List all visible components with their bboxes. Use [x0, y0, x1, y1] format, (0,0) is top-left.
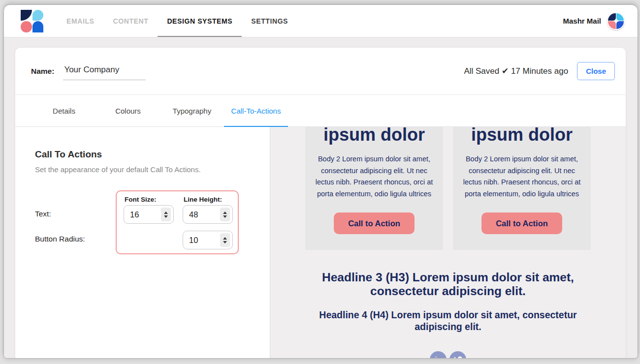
font-size-input[interactable] [130, 210, 161, 219]
tab-details[interactable]: Details [32, 95, 96, 126]
user-area: Mashr Mail [563, 12, 625, 30]
preview-column: ipsum dolor Body 2 Lorem ipsum dolor sit… [453, 127, 591, 250]
avatar-quadrant-navy [608, 13, 616, 21]
preview-headline-4: Headline 4 (H4) Lorem ipsum dolor sit am… [300, 309, 596, 333]
font-size-label: Font Size: [125, 196, 157, 203]
preview-headline-3: Headline 3 (H3) Lorem ipsum dolor sit am… [295, 271, 601, 298]
linkedin-icon[interactable]: in [430, 351, 447, 358]
email-preview-pane: ipsum dolor Body 2 Lorem ipsum dolor sit… [270, 127, 626, 358]
name-label: Name: [31, 67, 54, 76]
preview-cta-button[interactable]: Call to Action [481, 212, 562, 234]
stepper-down-icon[interactable] [164, 215, 168, 218]
design-system-card: Name: All Saved ✔ 17 Minutes ago Close D… [15, 48, 626, 358]
button-radius-row-label: Button Radius: [35, 235, 85, 243]
cta-inputs-group: Font Size: Line Height: [116, 190, 239, 254]
tab-colours[interactable]: Colours [96, 95, 160, 126]
save-status: All Saved ✔ 17 Minutes ago [464, 66, 568, 76]
panel-title: Call To Actions [35, 149, 270, 160]
line-height-stepper-buttons[interactable] [220, 208, 230, 221]
stepper-down-icon[interactable] [223, 215, 227, 218]
font-size-stepper [124, 205, 174, 224]
card-header: Name: All Saved ✔ 17 Minutes ago Close [15, 48, 626, 95]
nav-tab-content[interactable]: CONTENT [104, 5, 158, 37]
logo-shape-cyan [32, 10, 44, 21]
avatar-quadrant-blue [616, 21, 624, 29]
panel-subtitle: Set the appearance of your default Call … [35, 165, 270, 174]
logo-shape-salmon [21, 21, 32, 32]
logo-shape-navy [21, 10, 32, 21]
design-system-tabs: Details Colours Typography Call-To-Actio… [15, 95, 626, 127]
nav-tab-settings[interactable]: SETTINGS [242, 5, 297, 37]
preview-column-heading: ipsum dolor [463, 127, 581, 145]
app-window: EMAILS CONTENT DESIGN SYSTEMS SETTINGS M… [4, 5, 638, 358]
name-input[interactable] [63, 62, 146, 80]
preview-cta-button[interactable]: Call to Action [334, 212, 415, 234]
line-height-input[interactable] [189, 210, 220, 219]
stepper-up-icon[interactable] [223, 237, 227, 240]
email-preview: ipsum dolor Body 2 Lorem ipsum dolor sit… [270, 127, 626, 358]
button-radius-stepper [183, 231, 233, 249]
text-row-label: Text: [35, 210, 51, 218]
preview-social-icons: in [270, 351, 626, 358]
tab-typography[interactable]: Typography [160, 95, 224, 126]
preview-columns: ipsum dolor Body 2 Lorem ipsum dolor sit… [270, 127, 626, 250]
twitter-icon[interactable] [449, 351, 466, 358]
cta-settings-panel: Call To Actions Set the appearance of yo… [15, 127, 270, 358]
font-size-stepper-buttons[interactable] [161, 208, 171, 221]
avatar-quadrant-salmon [608, 21, 616, 29]
stepper-up-icon[interactable] [164, 212, 168, 214]
preview-column-body: Body 2 Lorem ipsum dolor sit amet, conse… [315, 153, 433, 200]
top-nav-bar: EMAILS CONTENT DESIGN SYSTEMS SETTINGS M… [4, 5, 638, 37]
preview-column-body: Body 2 Lorem ipsum dolor sit amet, conse… [463, 153, 581, 200]
close-button[interactable]: Close [577, 62, 615, 80]
cta-form: Text: Button Radius: Font Size: Line Hei… [35, 190, 270, 303]
line-height-stepper [183, 205, 233, 224]
button-radius-input[interactable] [189, 236, 220, 245]
nav-tab-emails[interactable]: EMAILS [57, 5, 104, 37]
tab-call-to-actions[interactable]: Call-To-Actions [224, 95, 288, 126]
card-body: Call To Actions Set the appearance of yo… [15, 127, 626, 358]
main-nav: EMAILS CONTENT DESIGN SYSTEMS SETTINGS [57, 5, 297, 37]
line-height-label: Line Height: [184, 196, 222, 203]
twitter-bird-glyph [454, 356, 462, 359]
avatar[interactable] [607, 12, 625, 30]
stepper-up-icon[interactable] [223, 212, 227, 214]
avatar-quadrant-cyan [616, 13, 624, 21]
nav-tab-design-systems[interactable]: DESIGN SYSTEMS [158, 5, 242, 37]
button-radius-stepper-buttons[interactable] [220, 233, 230, 247]
user-name: Mashr Mail [563, 17, 601, 25]
preview-column: ipsum dolor Body 2 Lorem ipsum dolor sit… [305, 127, 443, 250]
stepper-down-icon[interactable] [223, 241, 227, 243]
logo-shape-blue [32, 21, 44, 32]
preview-column-heading: ipsum dolor [315, 127, 433, 145]
app-logo-icon[interactable] [21, 10, 43, 32]
